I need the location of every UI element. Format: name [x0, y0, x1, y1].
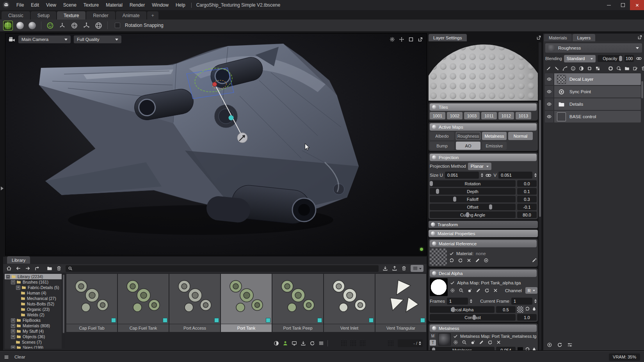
refresh-icon[interactable] [484, 288, 489, 293]
edit-icon[interactable] [475, 258, 480, 263]
rotate-gizmo-button[interactable] [69, 21, 79, 30]
metalness-swatch[interactable] [517, 347, 523, 350]
opacity-slider[interactable]: Opacity [598, 55, 623, 62]
record-target-icon[interactable] [547, 342, 552, 348]
tree-expander[interactable]: + [11, 346, 15, 349]
curve-icon[interactable] [562, 66, 568, 71]
menu-item[interactable]: Scene [60, 0, 80, 10]
opacity-value[interactable]: 100 [624, 55, 634, 62]
tree-expander[interactable]: + [11, 335, 15, 339]
loop-icon[interactable] [525, 306, 530, 311]
pan-move-icon[interactable] [399, 37, 404, 42]
tree-item[interactable]: + Objects (36) [5, 334, 62, 339]
eye-icon[interactable] [546, 101, 552, 107]
material-swatch[interactable] [331, 340, 338, 347]
monitor-icon[interactable] [292, 341, 297, 346]
decal-alpha-header[interactable]: Decal Alpha [430, 270, 537, 277]
panel-tab[interactable]: Layers [573, 34, 596, 41]
tree-item[interactable]: Human (4) [5, 290, 62, 296]
projection-slider[interactable]: Culling Angle 80.0 [430, 211, 537, 218]
workspace-tab[interactable]: Classic [2, 11, 30, 20]
material-swatch[interactable] [341, 340, 347, 347]
map-mode-t-button[interactable]: T [430, 340, 436, 346]
tree-item[interactable]: Nuts-Bolts (52) [5, 301, 62, 307]
tree-expander[interactable]: + [16, 286, 20, 290]
list-icon[interactable] [318, 341, 324, 346]
material-swatch[interactable] [359, 340, 366, 347]
gear-icon[interactable] [453, 340, 458, 345]
maximize-viewport-icon[interactable] [408, 37, 414, 42]
map-toggle-button[interactable]: Metalness [482, 132, 507, 140]
translate-gizmo-button[interactable] [57, 21, 67, 30]
quality-select[interactable]: Full Quality [74, 35, 121, 43]
eye-icon[interactable] [546, 89, 552, 94]
popout-icon[interactable] [418, 37, 423, 42]
refresh-icon[interactable] [487, 340, 493, 345]
page-indicator[interactable]: - / [398, 339, 423, 347]
metalness-map-thumbnail[interactable] [438, 333, 451, 346]
tree-expander[interactable] [16, 302, 20, 306]
clear-button[interactable]: Clear [14, 355, 25, 359]
tree-expander[interactable]: + [11, 329, 15, 334]
home-icon[interactable] [6, 266, 12, 271]
workspace-tab[interactable]: Render [86, 11, 115, 20]
material-properties-header[interactable]: Material Properties [429, 230, 538, 237]
material-swatch[interactable] [369, 340, 375, 347]
map-toggle-button[interactable]: Bump [430, 142, 454, 150]
gizmo-center-handle[interactable] [213, 82, 217, 87]
import-icon[interactable] [382, 266, 388, 271]
blending-select[interactable]: Standard [564, 55, 596, 62]
tile-button[interactable]: 1011 [481, 112, 497, 119]
current-frame-field[interactable]: 1 [511, 298, 532, 305]
eye-icon[interactable] [546, 76, 552, 82]
metalness-slider[interactable]: Metalness 0.054 [430, 347, 537, 350]
clear-icon[interactable] [496, 340, 501, 345]
channel-select[interactable]: R [525, 287, 537, 294]
tiles-header[interactable]: Tiles [430, 103, 537, 111]
menu-item[interactable]: Texture [80, 0, 102, 10]
refresh-icon[interactable] [557, 342, 562, 348]
workspace-tab[interactable]: Animate [116, 11, 146, 20]
edit-layer-icon[interactable] [633, 66, 638, 71]
tree-expander[interactable]: − [6, 275, 10, 279]
menu-item[interactable]: Render [126, 0, 148, 10]
paint-sphere-tool-button[interactable] [3, 21, 13, 30]
close-button[interactable] [630, 0, 644, 10]
map-toggle-button[interactable]: Albedo [430, 132, 454, 140]
popout-icon[interactable] [536, 35, 541, 40]
channel-dropdown[interactable]: Roughness [545, 43, 642, 53]
back-icon[interactable] [16, 266, 21, 271]
menu-item[interactable]: View [43, 0, 60, 10]
tile-button[interactable]: 1003 [464, 112, 480, 119]
map-toggle-button[interactable]: AO [456, 142, 480, 150]
gizmo-sync-point[interactable] [229, 115, 234, 121]
tree-expander[interactable] [16, 297, 20, 300]
tree-item[interactable]: + Skies (199) [5, 345, 62, 349]
menu-lines-icon[interactable] [4, 355, 9, 360]
size-v-field[interactable]: 0.051 [498, 172, 532, 179]
tree-item[interactable]: Mechanical (27) [5, 296, 62, 301]
checker-icon[interactable] [595, 66, 600, 71]
brush-alt-icon[interactable] [554, 66, 559, 71]
tree-expander[interactable] [16, 308, 20, 311]
gear-icon[interactable] [390, 37, 395, 42]
tree-expander[interactable]: + [11, 318, 15, 323]
material-swatch[interactable] [350, 340, 357, 347]
layer-row[interactable]: Decal Layer [545, 73, 641, 85]
edit-icon[interactable] [479, 340, 484, 345]
page-stepper[interactable] [419, 340, 421, 346]
check-icon[interactable] [450, 280, 455, 285]
tree-expander[interactable]: + [11, 324, 15, 328]
map-toggle-button[interactable]: Emissive [482, 142, 507, 150]
tile-button[interactable]: 1002 [447, 112, 463, 119]
sphere-preview2-tool-button[interactable] [27, 21, 37, 30]
minimize-button[interactable] [602, 0, 616, 10]
paint-mode-button[interactable] [45, 21, 55, 30]
tab-layer-settings[interactable]: Layer Settings [429, 34, 467, 41]
layer-row[interactable]: BASE control [545, 111, 641, 122]
library-search[interactable] [66, 265, 379, 272]
alpha-swatch[interactable] [517, 306, 523, 313]
tile-button[interactable]: 1012 [498, 112, 514, 119]
menu-item[interactable]: Help [172, 0, 189, 10]
scrollbar[interactable] [62, 274, 65, 348]
